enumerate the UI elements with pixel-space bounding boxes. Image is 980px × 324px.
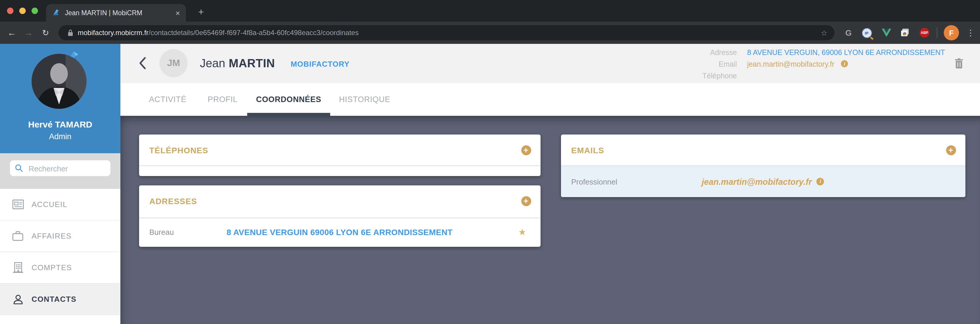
new-tab-button[interactable]: + [193, 5, 208, 20]
contact-first-name: Jean [200, 57, 225, 70]
window-controls [7, 8, 38, 14]
back-chevron-button[interactable] [138, 56, 147, 70]
info-icon[interactable]: i [841, 60, 848, 67]
sidebar-user-name: Hervé TAMARD [0, 119, 120, 129]
delete-contact-trash-icon[interactable] [954, 58, 964, 69]
sidebar-item-label: AFFAIRES [32, 231, 72, 240]
contact-header: JM Jean MARTIN MOBIFACTORY Adresse 8 AVE… [120, 44, 980, 83]
search-field[interactable] [10, 160, 110, 176]
add-adresse-button[interactable]: + [521, 196, 531, 206]
browser-tab[interactable]: Jean MARTIN | MobiCRM × [46, 4, 186, 22]
lock-icon [68, 29, 73, 36]
emails-card-header: EMAILS + [561, 134, 965, 166]
reload-icon[interactable]: ↻ [38, 22, 52, 44]
sidebar-search-section [0, 153, 120, 189]
summary-address-value[interactable]: 8 AVENUE VERGUIN, 69006 LYON 6E ARRONDIS… [747, 48, 945, 57]
sidebar-user-role: Admin [0, 132, 120, 141]
summary-label: Adresse [696, 47, 737, 59]
tab-title: Jean MARTIN | MobiCRM [65, 10, 172, 16]
telephones-empty-row [139, 166, 540, 176]
search-icon [15, 164, 23, 172]
sidebar-profile: Hervé TAMARD Admin [0, 44, 120, 153]
app-window: Hervé TAMARD Admin [0, 44, 980, 324]
tab-historique[interactable]: HISTORIQUE [339, 95, 390, 104]
vue-logo [882, 29, 891, 37]
summary-row-adresse: Adresse 8 AVENUE VERGUIN, 69006 LYON 6E … [696, 46, 945, 58]
info-icon[interactable]: i [816, 178, 824, 185]
extension-vue-icon[interactable] [880, 22, 893, 44]
back-icon[interactable]: ← [5, 22, 19, 44]
address-bar[interactable]: mobifactory.mobicrm.fr/contactdetails/0e… [59, 25, 835, 40]
mobicrm-bird-favicon [52, 9, 60, 17]
building-icon [12, 262, 24, 274]
add-email-button[interactable]: + [946, 145, 956, 155]
summary-row-telephone: Téléphone [696, 70, 945, 81]
browser-menu-icon[interactable]: ⋮ [964, 22, 977, 44]
tab-close-icon[interactable]: × [176, 8, 180, 17]
email-row[interactable]: Professionnel jean.martin@mobifactory.fr… [561, 166, 965, 197]
adresse-row[interactable]: Bureau 8 AVENUE VERGUIN 69006 LYON 6E AR… [139, 218, 540, 246]
toolbar-separator [937, 27, 937, 38]
tab-profil[interactable]: PROFIL [208, 95, 237, 104]
add-telephone-button[interactable]: + [521, 145, 531, 155]
forward-icon[interactable]: → [22, 22, 36, 44]
sidebar-item-contacts[interactable]: CONTACTS [0, 284, 120, 315]
contact-company-link[interactable]: MOBIFACTORY [291, 60, 350, 69]
sidebar-item-affaires[interactable]: AFFAIRES [0, 220, 120, 252]
sidebar-item-comptes[interactable]: COMPTES [0, 252, 120, 284]
active-tab-indicator [247, 113, 330, 115]
extension-ip-lookup-icon[interactable]: IP [860, 22, 873, 44]
summary-email-value[interactable]: jean.martin@mobifactory.fr [747, 60, 835, 69]
tab-activite[interactable]: ACTIVITÉ [149, 95, 186, 104]
extension-adblock-icon[interactable]: ABP [918, 22, 931, 44]
main-panel: JM Jean MARTIN MOBIFACTORY Adresse 8 AVE… [120, 44, 980, 324]
sidebar: Hervé TAMARD Admin [0, 44, 120, 324]
summary-label: Email [696, 59, 737, 70]
sidebar-menu: ACCUEIL AFFAIRES [0, 189, 120, 315]
contact-initials-avatar: JM [159, 49, 188, 77]
window-minimize-button[interactable] [19, 8, 26, 14]
url-domain: mobifactory.mobicrm.fr [78, 29, 148, 37]
summary-label: Téléphone [696, 70, 737, 82]
emails-card-title: EMAILS [571, 145, 604, 155]
summary-row-email: Email jean.martin@mobifactory.fr i [696, 58, 945, 70]
bookmark-star-icon[interactable]: ☆ [821, 29, 827, 37]
contact-tabs: ACTIVITÉ PROFIL COORDONNÉES HISTORIQUE [120, 83, 980, 115]
person-icon [12, 293, 24, 305]
newspaper-icon [12, 198, 24, 211]
tab-coordonnees[interactable]: COORDONNÉES [256, 95, 321, 104]
coordinates-content: TÉLÉPHONES + ADRESSES + Bureau 8 AVENUE … [120, 115, 980, 324]
sidebar-item-label: CONTACTS [32, 295, 76, 303]
browser-profile-avatar[interactable]: F [944, 25, 959, 40]
emails-card: EMAILS + Professionnel jean.martin@mobif… [561, 134, 965, 197]
sidebar-item-label: COMPTES [32, 263, 72, 272]
adresses-card-title: ADRESSES [149, 196, 197, 206]
favorite-star-icon[interactable]: ★ [518, 227, 526, 238]
extension-sessions-icon[interactable] [899, 22, 912, 44]
sidebar-item-label: ACCUEIL [32, 200, 67, 209]
extension-google-icon[interactable]: G [842, 22, 855, 44]
adresse-row-value[interactable]: 8 AVENUE VERGUIN 69006 LYON 6E ARRONDISS… [139, 228, 540, 237]
contact-last-name: MARTIN [229, 57, 275, 70]
window-close-button[interactable] [7, 8, 13, 14]
user-avatar[interactable] [32, 54, 86, 109]
adresses-card: ADRESSES + Bureau 8 AVENUE VERGUIN 69006… [139, 185, 540, 246]
telephones-card-title: TÉLÉPHONES [149, 145, 208, 155]
screen: Jean MARTIN | MobiCRM × + ← → ↻ mobifact… [0, 0, 980, 324]
contact-name-line: Jean MARTIN MOBIFACTORY [200, 44, 350, 83]
telephones-card-header: TÉLÉPHONES + [139, 134, 540, 166]
url-path: /contactdetails/0e65469f-f697-4f8a-a5b4-… [148, 29, 816, 37]
contact-summary: Adresse 8 AVENUE VERGUIN, 69006 LYON 6E … [696, 46, 945, 81]
search-input[interactable] [27, 160, 109, 177]
telephones-card: TÉLÉPHONES + [139, 134, 540, 176]
browser-tabstrip: Jean MARTIN | MobiCRM × + [0, 0, 980, 22]
briefcase-icon [12, 230, 24, 242]
sidebar-item-accueil[interactable]: ACCUEIL [0, 189, 120, 220]
browser-toolbar: ← → ↻ mobifactory.mobicrm.fr/contactdeta… [0, 22, 980, 44]
adresses-card-header: ADRESSES + [139, 185, 540, 218]
window-maximize-button[interactable] [32, 8, 38, 14]
email-row-value[interactable]: jean.martin@mobifactory.fr [702, 177, 812, 186]
